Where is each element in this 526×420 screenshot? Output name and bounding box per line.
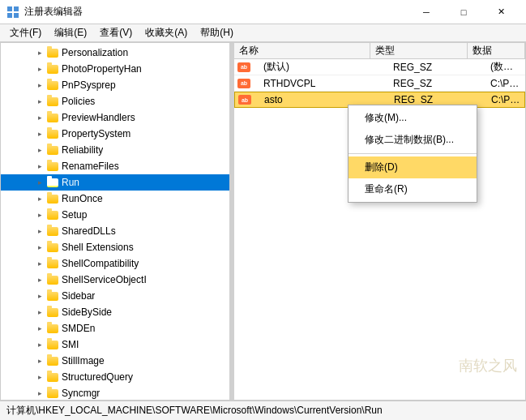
tree-label: Syncmgr bbox=[62, 388, 100, 399]
tree-arrow bbox=[33, 127, 46, 140]
context-menu-item-0[interactable]: 修改(M)... bbox=[349, 107, 477, 129]
tree-label: SMI bbox=[62, 339, 79, 350]
folder-icon bbox=[46, 127, 59, 140]
close-button[interactable]: ✕ bbox=[482, 0, 520, 24]
tree-item-setup[interactable]: Setup bbox=[1, 207, 229, 223]
tree-label: Reliability bbox=[62, 144, 103, 156]
tree-arrow bbox=[33, 322, 46, 335]
tree-label: Setup bbox=[62, 209, 87, 221]
entry-row[interactable]: ab(默认)REG_SZ(数值未设置) bbox=[234, 59, 525, 75]
maximize-button[interactable]: □ bbox=[445, 0, 482, 24]
folder-icon bbox=[46, 241, 59, 254]
tree-label: SideBySide bbox=[62, 306, 112, 318]
minimize-button[interactable]: ─ bbox=[408, 0, 445, 24]
entry-data: (数值未设置) bbox=[487, 60, 525, 74]
svg-rect-0 bbox=[7, 6, 12, 11]
menu-file[interactable]: 文件(F) bbox=[3, 24, 48, 41]
tree-item-sidebyside[interactable]: SideBySide bbox=[1, 304, 229, 320]
right-panel: 名称 类型 数据 ab(默认)REG_SZ(数值未设置)abRTHDVCPLRE… bbox=[234, 43, 525, 400]
tree-label: ShellCompatibility bbox=[62, 258, 139, 269]
tree-label: SMDEn bbox=[62, 323, 95, 334]
context-menu-separator bbox=[349, 153, 477, 154]
col-header-data[interactable]: 数据 bbox=[468, 43, 525, 58]
tree-arrow bbox=[33, 371, 46, 384]
folder-icon bbox=[46, 354, 59, 367]
tree-item-propertysystem[interactable]: PropertySystem bbox=[1, 126, 229, 142]
tree-item-stillimage[interactable]: StillImage bbox=[1, 353, 229, 369]
entry-type: REG_SZ bbox=[391, 94, 488, 105]
menu-edit[interactable]: 编辑(E) bbox=[48, 24, 93, 41]
tree-arrow bbox=[33, 387, 46, 400]
title-bar: 注册表编辑器 ─ □ ✕ bbox=[0, 0, 526, 24]
folder-icon bbox=[46, 338, 59, 351]
window-controls: ─ □ ✕ bbox=[408, 0, 520, 24]
tree-item-reliability[interactable]: Reliability bbox=[1, 142, 229, 158]
tree-item-smi[interactable]: SMI bbox=[1, 336, 229, 353]
folder-icon bbox=[46, 225, 59, 238]
entry-data: C:\Program File bbox=[488, 94, 524, 105]
col-header-name[interactable]: 名称 bbox=[234, 43, 370, 58]
col-header-type[interactable]: 类型 bbox=[370, 43, 468, 58]
tree-item-photopropertyhan[interactable]: PhotoPropertyHan bbox=[1, 61, 229, 77]
tree-item-previewhandlers[interactable]: PreviewHandlers bbox=[1, 109, 229, 126]
tree-item-shellcompatibility[interactable]: ShellCompatibility bbox=[1, 255, 229, 272]
tree-arrow bbox=[33, 257, 46, 270]
tree-arrow bbox=[33, 354, 46, 367]
app-icon bbox=[6, 6, 19, 19]
tree-arrow bbox=[33, 144, 46, 156]
folder-icon bbox=[46, 289, 59, 302]
tree-label: Policies bbox=[62, 96, 95, 107]
tree-arrow bbox=[33, 176, 46, 189]
context-menu-item-2[interactable]: 删除(D) bbox=[349, 156, 477, 178]
tree-arrow bbox=[33, 192, 46, 205]
menu-favorites[interactable]: 收藏夹(A) bbox=[139, 24, 194, 41]
svg-rect-1 bbox=[14, 6, 19, 11]
tree-arrow bbox=[33, 241, 46, 254]
menu-bar: 文件(F) 编辑(E) 查看(V) 收藏夹(A) 帮助(H) bbox=[0, 24, 526, 42]
tree-arrow bbox=[33, 306, 46, 319]
entry-name: asto bbox=[261, 94, 391, 105]
tree-item-personalization[interactable]: Personalization bbox=[1, 45, 229, 61]
tree-item-policies[interactable]: Policies bbox=[1, 93, 229, 109]
tree-arrow bbox=[33, 79, 46, 92]
folder-icon bbox=[46, 144, 59, 156]
tree-item-shellserviceobjecti[interactable]: ShellServiceObjectI bbox=[1, 272, 229, 288]
entry-data: C:\Program File bbox=[487, 78, 525, 89]
svg-rect-2 bbox=[7, 13, 12, 18]
tree-item-syncmgr[interactable]: Syncmgr bbox=[1, 385, 229, 400]
tree-item-run[interactable]: Run bbox=[1, 174, 229, 191]
main-content: PersonalizationPhotoPropertyHanPnPSyspre… bbox=[0, 42, 526, 401]
tree-label: PhotoPropertyHan bbox=[62, 63, 142, 75]
folder-icon bbox=[46, 79, 59, 92]
tree-item-pnpsysprep[interactable]: PnPSysprep bbox=[1, 77, 229, 93]
tree-label: PreviewHandlers bbox=[62, 112, 135, 123]
tree-arrow bbox=[33, 160, 46, 173]
tree-panel[interactable]: PersonalizationPhotoPropertyHanPnPSyspre… bbox=[1, 43, 231, 400]
entry-row[interactable]: abRTHDVCPLREG_SZC:\Program File bbox=[234, 75, 525, 92]
tree-item-renamefiles[interactable]: RenameFiles bbox=[1, 158, 229, 174]
tree-label: SharedDLLs bbox=[62, 225, 116, 237]
tree-item-shareddlls[interactable]: SharedDLLs bbox=[1, 223, 229, 239]
tree-arrow bbox=[33, 338, 46, 351]
menu-help[interactable]: 帮助(H) bbox=[194, 24, 240, 41]
tree-label: RenameFiles bbox=[62, 161, 119, 172]
tree-item-structuredquery[interactable]: StructuredQuery bbox=[1, 369, 229, 385]
context-menu-item-3[interactable]: 重命名(R) bbox=[349, 178, 477, 200]
context-menu-item-1[interactable]: 修改二进制数据(B)... bbox=[349, 129, 477, 151]
tree-arrow bbox=[33, 111, 46, 124]
tree-item-smden[interactable]: SMDEn bbox=[1, 320, 229, 336]
tree-label: Personalization bbox=[62, 47, 128, 58]
folder-icon bbox=[46, 192, 59, 205]
folder-icon bbox=[46, 95, 59, 108]
tree-arrow bbox=[33, 273, 46, 286]
tree-label: ShellServiceObjectI bbox=[62, 274, 147, 285]
menu-view[interactable]: 查看(V) bbox=[93, 24, 139, 41]
folder-icon bbox=[46, 111, 59, 124]
tree-arrow bbox=[33, 225, 46, 238]
tree-item-runonce[interactable]: RunOnce bbox=[1, 191, 229, 207]
context-menu[interactable]: 修改(M)...修改二进制数据(B)...删除(D)重命名(R) bbox=[348, 105, 477, 203]
folder-icon bbox=[46, 62, 59, 75]
tree-item-sidebar[interactable]: Sidebar bbox=[1, 288, 229, 304]
title-text: 注册表编辑器 bbox=[24, 5, 408, 19]
tree-item-shell-extensions[interactable]: Shell Extensions bbox=[1, 239, 229, 255]
